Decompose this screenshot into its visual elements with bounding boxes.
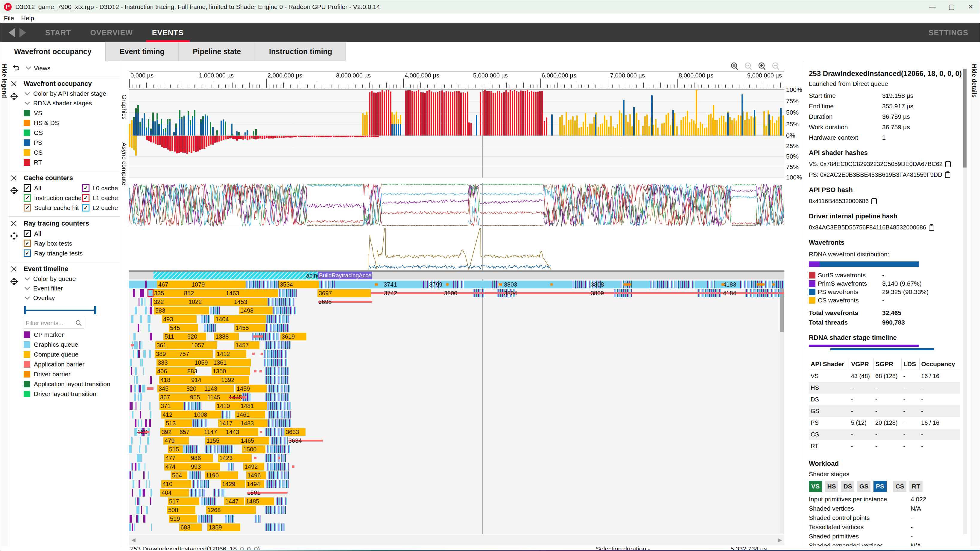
checkbox-all[interactable]: ✓All [24,230,120,237]
hide-details-strip[interactable]: Hide details [970,62,980,546]
event-bar[interactable]: 1423 [218,454,252,462]
move-icon[interactable] [11,187,18,194]
event-bar[interactable]: 1268 [206,506,256,514]
nav-overview[interactable]: OVERVIEW [90,23,132,42]
back-icon[interactable] [9,28,15,37]
event-bar[interactable]: 517 [168,497,199,505]
wavefront-occupancy-chart[interactable] [129,89,784,178]
raytracing-marker-bar[interactable] [154,272,318,279]
close-button[interactable]: ✕ [961,1,980,13]
event-bar[interactable]: 1079 [190,281,246,288]
copy-icon[interactable] [945,160,951,168]
tab-pipeline-state[interactable]: Pipeline state [179,42,255,61]
event-bar[interactable]: 493 [162,315,197,323]
checkbox-all[interactable]: ✓All [24,184,82,192]
stage-button-gs[interactable]: GS [858,481,870,492]
event-bar[interactable]: 511 [163,333,186,340]
event-bar[interactable]: 1143 [203,385,234,392]
checkbox-l0-cache-hit[interactable]: ✓L0 cache hit [82,184,126,192]
event-bar[interactable]: 1445 [228,393,242,401]
move-icon[interactable] [11,278,18,285]
build-raytracing-bar[interactable]: BuildRaytracingAcceler [318,272,372,279]
tab-wavefront-occupancy[interactable]: Wavefront occupancy [0,42,106,61]
zoom-in-icon[interactable] [757,62,767,71]
chevron-down-icon[interactable] [24,101,31,106]
close-icon[interactable] [11,175,17,181]
event-bar[interactable]: 479 [163,437,189,445]
event-bar[interactable]: 920 [186,333,206,340]
event-bar[interactable]: 1443 [225,428,258,436]
zoom-to-selection-icon[interactable] [730,62,740,71]
event-bar[interactable]: 1417 [218,419,239,427]
chevron-down-icon[interactable] [24,276,31,281]
chevron-down-icon[interactable] [25,65,32,70]
stage-button-hs[interactable]: HS [825,481,838,492]
event-bar[interactable]: 1022 [187,298,233,306]
close-icon[interactable] [11,220,17,227]
event-bar[interactable]: 1455 [234,324,266,332]
event-bar[interactable]: 1494 [246,480,264,488]
stage-button-vs[interactable]: VS [809,481,822,492]
event-bar[interactable]: 583 [154,306,209,314]
event-bar[interactable]: 852 [183,289,225,297]
chevron-down-icon[interactable] [24,286,31,291]
forward-icon[interactable] [19,28,26,37]
event-bar[interactable]: 993 [190,463,220,470]
event-bar[interactable]: 1350 [212,367,250,375]
menu-file[interactable]: File [0,15,18,22]
event-bar[interactable]: 820 [185,385,203,392]
nav-events[interactable]: EVENTS [152,23,184,42]
event-bar[interactable]: 1453 [233,298,267,306]
event-bar[interactable]: 1498 [239,306,273,314]
event-bar[interactable]: 333 [156,359,193,367]
dropdown-color-by-queue[interactable]: Color by queue [24,275,120,283]
checkbox-l2-cache-hit[interactable]: ✓L2 cache hit [82,204,126,211]
selected-event-box[interactable] [148,289,154,297]
tab-instruction-timing[interactable]: Instruction timing [255,42,346,61]
event-bar[interactable]: 412 [161,411,193,419]
views-chevron[interactable] [25,65,32,72]
event-timeline[interactable]: acingBuildRaytracingAcceler4671079353437… [129,271,784,534]
event-bar[interactable]: 564 [171,472,187,479]
checkbox-ray-box-tests[interactable]: ✓Ray box tests [24,240,120,247]
ray-tracing-counters-chart[interactable] [129,227,784,271]
undo-icon[interactable] [12,65,20,72]
cache-counters-chart[interactable] [129,183,784,227]
event-bar[interactable]: 1429 [221,480,245,488]
details-scrollbar[interactable] [963,68,967,534]
event-bar[interactable]: 883 [186,367,196,375]
event-bar[interactable]: 519 [169,515,197,522]
event-bar[interactable]: 1359 [207,524,240,531]
event-bar[interactable]: 1447 [224,497,244,505]
event-bar[interactable]: 1155 [205,437,240,445]
event-bar[interactable]: 1145 [206,393,228,401]
event-bar[interactable]: 1500 [242,445,266,453]
event-bar[interactable]: 545 [169,324,198,332]
event-bar[interactable]: 404 [161,489,189,497]
event-bar[interactable]: 508 [167,506,196,514]
event-bar[interactable]: 335 [153,289,183,297]
hide-legend-strip[interactable]: Hide legend [0,62,8,546]
copy-icon[interactable] [929,224,934,231]
event-bar[interactable]: 3633 [285,428,305,436]
dropdown-overlay[interactable]: Overlay [24,294,120,302]
event-bar[interactable]: 1461 [235,411,265,419]
move-icon[interactable] [11,93,18,100]
maximize-button[interactable]: ▢ [942,1,961,13]
stage-button-ds[interactable]: DS [841,481,854,492]
event-bar[interactable]: 389 [155,350,178,358]
event-bar[interactable]: 1485 [245,497,274,505]
event-bar[interactable]: 986 [190,454,213,462]
event-bar[interactable]: 418 [159,376,190,384]
stage-button-ps[interactable]: PS [873,481,887,492]
event-bar[interactable]: 1481 [239,402,267,410]
event-bar[interactable]: 1465 [240,437,269,445]
event-bar[interactable]: 1147 [203,428,225,436]
zoom-out-icon[interactable] [771,62,781,71]
event-bar[interactable]: 410 [161,480,191,488]
event-bar[interactable]: 1412 [215,350,246,358]
nav-settings[interactable]: SETTINGS [929,29,968,37]
checkbox-ray-triangle-tests[interactable]: ✓Ray triangle tests [24,249,120,257]
menu-help[interactable]: Help [18,15,38,22]
event-bar[interactable]: 1492 [243,463,264,470]
